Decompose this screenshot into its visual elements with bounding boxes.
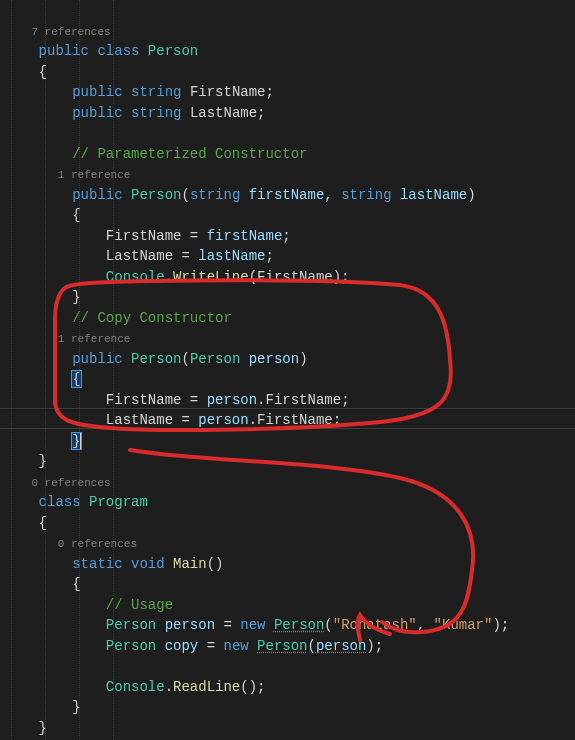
brace-open-matched: {	[72, 371, 80, 387]
cparen: )	[492, 617, 500, 633]
field-firstname: FirstName	[190, 84, 266, 100]
type-console: Console	[106, 679, 165, 695]
semi: ;	[257, 679, 265, 695]
field-lastname: LastName	[190, 105, 257, 121]
oparen: (	[324, 617, 332, 633]
brace-close: }	[39, 453, 47, 469]
kw-public: public	[39, 43, 89, 59]
param-lastname: lastName	[400, 187, 467, 203]
semi: ;	[265, 248, 273, 264]
field-firstname: FirstName	[257, 412, 333, 428]
param-type-person: Person	[190, 351, 240, 367]
brace-open: {	[72, 576, 80, 592]
comment-usage: // Usage	[106, 597, 173, 613]
arg-firstname: FirstName	[257, 269, 333, 285]
codelens-text[interactable]: 0 references	[31, 475, 110, 491]
kw-new: new	[240, 617, 265, 633]
kw-string: string	[131, 105, 181, 121]
field-firstname: FirstName	[266, 392, 342, 408]
field-firstname: FirstName	[106, 392, 182, 408]
oparen: (	[308, 638, 316, 654]
brace-close: }	[39, 720, 47, 736]
dot: .	[249, 412, 257, 428]
codelens-text[interactable]: 0 references	[58, 536, 137, 552]
cparen: )	[249, 679, 257, 695]
brace-close: }	[72, 289, 80, 305]
brace-open: {	[39, 515, 47, 531]
comma: ,	[417, 617, 425, 633]
codelens-text[interactable]: 1 reference	[58, 167, 131, 183]
semi: ;	[333, 412, 341, 428]
editor-separator	[0, 408, 575, 409]
text-cursor	[80, 433, 81, 449]
comma: ,	[324, 187, 332, 203]
field-lastname: LastName	[106, 412, 173, 428]
oparen: (	[249, 269, 257, 285]
field-firstname: FirstName	[106, 228, 182, 244]
dot: .	[257, 392, 265, 408]
type-person: Person	[106, 617, 156, 633]
kw-static: static	[72, 556, 122, 572]
type-person: Person	[148, 43, 198, 59]
cparen: )	[299, 351, 307, 367]
cparen: )	[333, 269, 341, 285]
method-main: Main	[173, 556, 207, 572]
eq: =	[223, 617, 231, 633]
oparen: (	[207, 556, 215, 572]
semi: ;	[341, 269, 349, 285]
type-person: Person	[106, 638, 156, 654]
var-person: person	[198, 412, 248, 428]
kw-class: class	[39, 494, 81, 510]
kw-string: string	[341, 187, 391, 203]
eq: =	[190, 392, 198, 408]
param-firstname: firstName	[207, 228, 283, 244]
kw-public: public	[72, 84, 122, 100]
cparen: )	[366, 638, 374, 654]
semi: ;	[257, 105, 265, 121]
eq: =	[181, 412, 189, 428]
cparen: )	[467, 187, 475, 203]
param-lastname: lastName	[198, 248, 265, 264]
oparen: (	[181, 351, 189, 367]
kw-string: string	[190, 187, 240, 203]
kw-public: public	[72, 187, 122, 203]
cparen: )	[215, 556, 223, 572]
oparen: (	[240, 679, 248, 695]
method-readline: ReadLine	[173, 679, 240, 695]
kw-public: public	[72, 351, 122, 367]
kw-void: void	[131, 556, 165, 572]
eq: =	[190, 228, 198, 244]
param-firstname: firstName	[249, 187, 325, 203]
ctor-call-person: Person	[257, 638, 307, 654]
comment-param-ctor: // Parameterized Constructor	[72, 146, 307, 162]
kw-string: string	[131, 84, 181, 100]
semi: ;	[266, 84, 274, 100]
codelens-refs[interactable]	[5, 24, 31, 40]
codelens-text[interactable]: 1 reference	[58, 331, 131, 347]
codelens-text: 7 references	[31, 24, 110, 40]
semi: ;	[501, 617, 509, 633]
dot: .	[165, 269, 173, 285]
eq: =	[181, 248, 189, 264]
arg-person: person	[316, 638, 366, 654]
kw-new: new	[223, 638, 248, 654]
brace-open: {	[39, 64, 47, 80]
code-editor[interactable]: 7 references public class Person { publi…	[5, 0, 575, 740]
field-lastname: LastName	[106, 248, 173, 264]
kw-public: public	[72, 105, 122, 121]
kw-class: class	[97, 43, 139, 59]
brace-close: }	[72, 699, 80, 715]
type-console: Console	[106, 269, 165, 285]
param-person: person	[249, 351, 299, 367]
ctor-call-person: Person	[274, 617, 324, 633]
semi: ;	[375, 638, 383, 654]
eq: =	[207, 638, 215, 654]
var-copy: copy	[165, 638, 199, 654]
oparen: (	[181, 187, 189, 203]
semi: ;	[282, 228, 290, 244]
var-person: person	[207, 392, 257, 408]
comment-copy-ctor: // Copy Constructor	[72, 310, 232, 326]
var-person: person	[165, 617, 215, 633]
string-lit: "Kumar"	[434, 617, 493, 633]
dot: .	[165, 679, 173, 695]
